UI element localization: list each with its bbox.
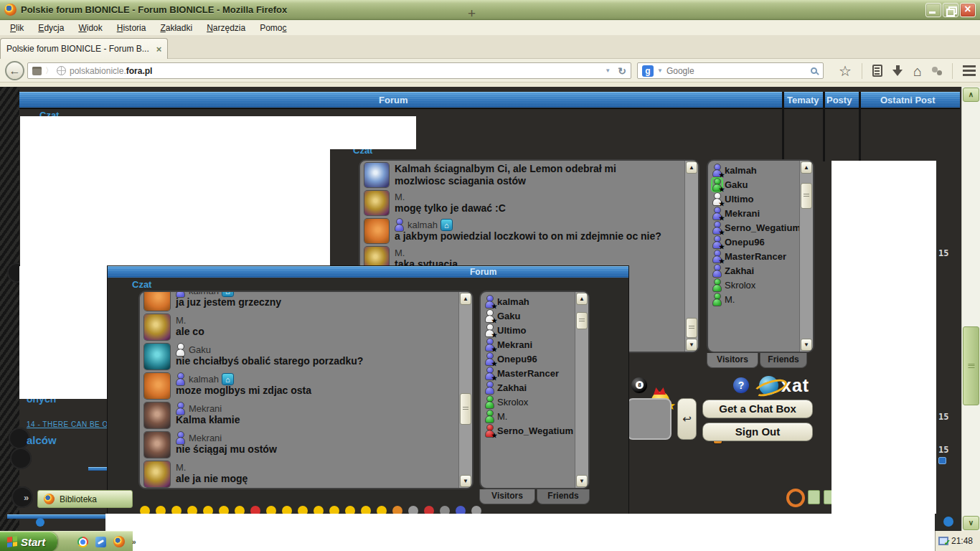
front-userlist-scrollbar[interactable]: ▲ ▼: [575, 292, 588, 488]
home-badge-icon[interactable]: [222, 374, 233, 385]
tab-groups-icon[interactable]: [32, 67, 42, 75]
user-list-item[interactable]: ★ Skrolox: [712, 278, 798, 292]
chevron-icon[interactable]: »: [24, 492, 29, 503]
google-engine-icon[interactable]: [642, 65, 654, 77]
hamburger-menu-icon[interactable]: [963, 65, 976, 76]
get-chat-box-button[interactable]: Get a Chat Box: [702, 400, 813, 418]
jump-orange-icon[interactable]: [786, 489, 805, 507]
scroll-up-icon[interactable]: ▲: [801, 161, 812, 174]
biblioteka-toolbar-button[interactable]: Biblioteka: [37, 490, 133, 508]
chrome-quicklaunch-icon[interactable]: [77, 537, 88, 547]
page-doc-icon[interactable]: [808, 490, 820, 504]
user-list-item[interactable]: ★ Onepu96: [712, 235, 798, 249]
user-list-item[interactable]: ★ Zakhai: [712, 263, 798, 278]
restore-button[interactable]: [943, 3, 958, 17]
help-icon[interactable]: [733, 377, 749, 393]
menu-item[interactable]: Narzędzia: [199, 22, 253, 34]
url-text[interactable]: polskabionicle.fora.pl: [70, 66, 152, 76]
search-icon[interactable]: [811, 67, 817, 74]
menu-item[interactable]: Edycja: [31, 22, 71, 34]
scroll-down-icon[interactable]: ▼: [801, 339, 812, 351]
back-button[interactable]: [5, 61, 24, 80]
scroll-thumb[interactable]: [963, 326, 979, 405]
back-chat-scrollbar[interactable]: ▲ ▼: [684, 161, 698, 352]
scroll-thumb[interactable]: [801, 183, 812, 209]
front-chat-title[interactable]: Czat: [132, 279, 151, 290]
reload-icon[interactable]: ↻: [618, 65, 626, 77]
start-button[interactable]: Start: [0, 532, 57, 551]
user-list-item[interactable]: ★ Serno_Wegatium: [485, 423, 573, 438]
user-list-item[interactable]: ★ Gaku: [485, 309, 573, 323]
sync-icon[interactable]: [932, 67, 942, 75]
send-return-button[interactable]: [677, 398, 697, 440]
scroll-up-icon[interactable]: ▲: [686, 161, 697, 174]
firefox-quicklaunch-icon[interactable]: [113, 536, 125, 547]
url-bar[interactable]: 〉 polskabionicle.fora.pl ▼ ↻: [27, 62, 631, 79]
user-list-item[interactable]: ★ Mekrani: [485, 337, 573, 352]
chat-text-input[interactable]: [627, 398, 672, 440]
url-dropdown-icon[interactable]: ▼: [605, 67, 611, 74]
scroll-up-icon[interactable]: ▲: [576, 293, 588, 305]
back-userlist-scrollbar[interactable]: ▲ ▼: [799, 161, 813, 352]
scroll-thumb[interactable]: [686, 318, 697, 338]
messenger-quicklaunch-icon[interactable]: [95, 537, 106, 547]
forum-text-fragment[interactable]: alców: [27, 434, 57, 446]
home-badge-icon[interactable]: [441, 220, 452, 230]
engine-dropdown-icon[interactable]: ▼: [657, 67, 663, 74]
menu-item[interactable]: Pomoc: [253, 22, 293, 34]
chevron-icon[interactable]: »: [132, 538, 136, 546]
menu-item[interactable]: Zakładki: [153, 22, 199, 34]
scroll-down-icon[interactable]: ∨: [963, 516, 979, 530]
home-badge-icon[interactable]: [222, 292, 233, 296]
user-list-item[interactable]: ★ kalmah: [712, 163, 798, 177]
search-bar[interactable]: ▼: [637, 62, 824, 79]
scroll-down-icon[interactable]: ▼: [686, 339, 697, 351]
user-list-item[interactable]: ★ Zakhai: [485, 380, 573, 395]
user-list-item[interactable]: ★ MasterRancer: [712, 249, 798, 263]
new-tab-button[interactable]: +: [468, 6, 476, 22]
scroll-thumb[interactable]: [576, 312, 588, 329]
home-icon[interactable]: ⌂: [913, 64, 922, 78]
xat-logo[interactable]: xat: [759, 375, 809, 396]
scroll-up-icon[interactable]: ▲: [460, 293, 471, 305]
menu-item[interactable]: Widok: [71, 22, 109, 34]
user-list-item[interactable]: ★ kalmah: [485, 294, 573, 309]
sign-out-button[interactable]: Sign Out: [702, 423, 813, 441]
minimize-button[interactable]: [925, 3, 941, 17]
menu-item[interactable]: Plik: [3, 22, 31, 34]
user-list-item[interactable]: ★ MasterRancer: [485, 366, 573, 380]
back-visitors-tab[interactable]: Visitors: [707, 353, 758, 368]
scroll-down-icon[interactable]: ▼: [576, 475, 588, 487]
user-list-item[interactable]: ★ M.: [712, 292, 798, 306]
tab-close-icon[interactable]: ×: [156, 44, 162, 55]
front-visitors-tab[interactable]: Visitors: [479, 489, 535, 504]
user-list-item[interactable]: ★ Ultimo: [712, 192, 798, 206]
user-list-item[interactable]: ★ Mekrani: [712, 206, 798, 220]
scroll-up-icon[interactable]: ∧: [963, 88, 979, 102]
user-list-item[interactable]: ★ M.: [485, 409, 573, 423]
bookmark-star-icon[interactable]: ☆: [839, 64, 852, 78]
forum-link-fragment[interactable]: 14 - THERE CAN BE O: [27, 420, 108, 428]
network-tray-icon[interactable]: [938, 537, 948, 545]
bookmarks-menu-icon[interactable]: [872, 65, 882, 77]
scroll-thumb[interactable]: [460, 393, 471, 425]
browser-tab[interactable]: Polskie forum BIONICLE - Forum B... ×: [0, 38, 168, 59]
user-list-item[interactable]: ★ Onepu96: [485, 352, 573, 366]
back-friends-tab[interactable]: Friends: [760, 353, 807, 368]
page-scrollbar[interactable]: ∧ ∨: [961, 87, 980, 531]
search-input[interactable]: [666, 66, 807, 76]
site-identity-globe-icon[interactable]: [57, 66, 66, 75]
user-list-item[interactable]: ★ Serno_Wegatium: [712, 220, 798, 235]
front-chat-scrollbar[interactable]: ▲ ▼: [458, 292, 472, 488]
front-friends-tab[interactable]: Friends: [537, 489, 590, 504]
scroll-down-icon[interactable]: ▼: [460, 475, 471, 487]
menu-item[interactable]: Historia: [110, 22, 154, 34]
eightball-smiley-icon[interactable]: [631, 377, 647, 393]
lastpost-icon[interactable]: [938, 457, 946, 464]
forum-header-title[interactable]: Forum: [379, 95, 407, 105]
user-list-item[interactable]: ★ Gaku: [712, 177, 798, 192]
downloads-icon[interactable]: [892, 65, 903, 77]
close-button[interactable]: [960, 3, 976, 17]
user-list-item[interactable]: ★ Ultimo: [485, 323, 573, 337]
user-list-item[interactable]: ★ Skrolox: [485, 395, 573, 409]
